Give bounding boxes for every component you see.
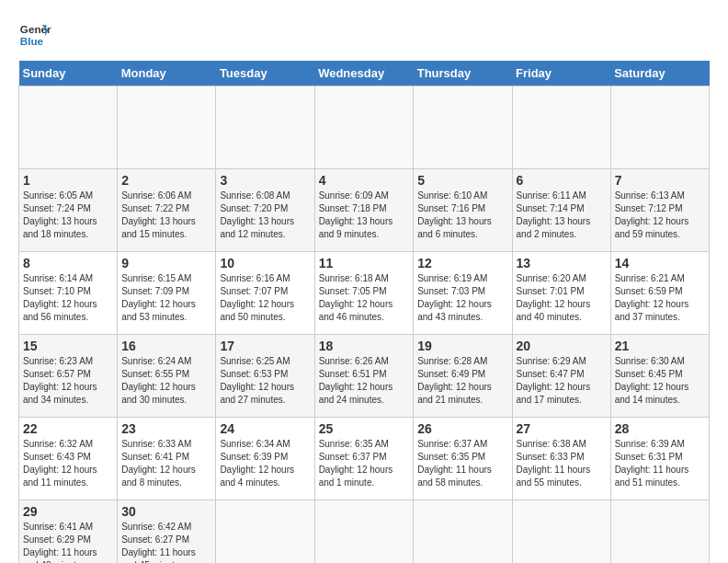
day-info: Sunrise: 6:42 AMSunset: 6:27 PMDaylight:…	[121, 521, 211, 563]
day-cell	[314, 86, 414, 169]
day-info: Sunrise: 6:29 AMSunset: 6:47 PMDaylight:…	[517, 355, 607, 407]
day-info: Sunrise: 6:23 AMSunset: 6:57 PMDaylight:…	[23, 355, 113, 407]
day-cell: 15Sunrise: 6:23 AMSunset: 6:57 PMDayligh…	[19, 335, 118, 418]
day-header-friday: Friday	[512, 61, 610, 86]
day-number: 3	[220, 173, 310, 188]
day-cell: 24Sunrise: 6:34 AMSunset: 6:39 PMDayligh…	[216, 418, 314, 500]
day-cell	[216, 500, 314, 564]
calendar-table: SundayMondayTuesdayWednesdayThursdayFrid…	[18, 61, 710, 563]
day-header-monday: Monday	[118, 61, 216, 86]
day-number: 30	[121, 504, 211, 519]
day-header-saturday: Saturday	[610, 61, 709, 86]
day-cell: 5Sunrise: 6:10 AMSunset: 7:16 PMDaylight…	[414, 169, 512, 252]
day-cell: 30Sunrise: 6:42 AMSunset: 6:27 PMDayligh…	[118, 500, 216, 564]
day-info: Sunrise: 6:28 AMSunset: 6:49 PMDaylight:…	[417, 355, 507, 407]
day-cell: 12Sunrise: 6:19 AMSunset: 7:03 PMDayligh…	[414, 252, 512, 335]
week-row-1	[19, 86, 710, 169]
day-info: Sunrise: 6:21 AMSunset: 6:59 PMDaylight:…	[615, 272, 705, 324]
day-number: 17	[220, 339, 310, 353]
day-info: Sunrise: 6:35 AMSunset: 6:37 PMDaylight:…	[319, 438, 410, 489]
day-cell: 22Sunrise: 6:32 AMSunset: 6:43 PMDayligh…	[19, 418, 118, 500]
day-number: 22	[23, 421, 113, 436]
day-number: 26	[417, 421, 507, 436]
svg-text:Blue: Blue	[20, 35, 44, 47]
day-cell	[610, 86, 709, 169]
day-info: Sunrise: 6:18 AMSunset: 7:05 PMDaylight:…	[319, 272, 410, 324]
day-info: Sunrise: 6:39 AMSunset: 6:31 PMDaylight:…	[615, 438, 705, 489]
day-cell: 11Sunrise: 6:18 AMSunset: 7:05 PMDayligh…	[314, 252, 414, 335]
day-cell: 8Sunrise: 6:14 AMSunset: 7:10 PMDaylight…	[19, 252, 118, 335]
day-info: Sunrise: 6:15 AMSunset: 7:09 PMDaylight:…	[121, 272, 211, 324]
day-number: 2	[121, 173, 211, 188]
header-row: SundayMondayTuesdayWednesdayThursdayFrid…	[19, 61, 710, 86]
day-cell	[414, 500, 512, 564]
day-header-thursday: Thursday	[414, 61, 512, 86]
day-cell: 13Sunrise: 6:20 AMSunset: 7:01 PMDayligh…	[512, 252, 610, 335]
day-cell	[19, 86, 118, 169]
day-number: 28	[615, 421, 705, 436]
day-cell: 23Sunrise: 6:33 AMSunset: 6:41 PMDayligh…	[118, 418, 216, 500]
day-cell: 26Sunrise: 6:37 AMSunset: 6:35 PMDayligh…	[414, 418, 512, 500]
day-info: Sunrise: 6:10 AMSunset: 7:16 PMDaylight:…	[417, 190, 507, 241]
day-number: 14	[615, 256, 705, 270]
day-cell	[414, 86, 512, 169]
day-info: Sunrise: 6:20 AMSunset: 7:01 PMDaylight:…	[517, 272, 607, 324]
day-cell: 17Sunrise: 6:25 AMSunset: 6:53 PMDayligh…	[216, 335, 314, 418]
day-info: Sunrise: 6:06 AMSunset: 7:22 PMDaylight:…	[121, 190, 211, 241]
day-cell: 7Sunrise: 6:13 AMSunset: 7:12 PMDaylight…	[610, 169, 709, 252]
day-cell: 28Sunrise: 6:39 AMSunset: 6:31 PMDayligh…	[610, 418, 709, 500]
day-info: Sunrise: 6:19 AMSunset: 7:03 PMDaylight:…	[417, 272, 507, 324]
day-cell	[610, 500, 709, 564]
day-number: 5	[417, 173, 507, 188]
day-number: 7	[615, 173, 705, 188]
day-info: Sunrise: 6:13 AMSunset: 7:12 PMDaylight:…	[615, 190, 705, 241]
day-header-sunday: Sunday	[19, 61, 118, 86]
day-number: 20	[517, 339, 607, 353]
day-info: Sunrise: 6:33 AMSunset: 6:41 PMDaylight:…	[121, 438, 211, 489]
day-info: Sunrise: 6:26 AMSunset: 6:51 PMDaylight:…	[319, 355, 410, 407]
day-info: Sunrise: 6:16 AMSunset: 7:07 PMDaylight:…	[220, 272, 310, 324]
week-row-6: 29Sunrise: 6:41 AMSunset: 6:29 PMDayligh…	[19, 500, 710, 564]
day-info: Sunrise: 6:34 AMSunset: 6:39 PMDaylight:…	[220, 438, 310, 489]
day-number: 27	[517, 421, 607, 436]
day-info: Sunrise: 6:09 AMSunset: 7:18 PMDaylight:…	[319, 190, 410, 241]
day-info: Sunrise: 6:25 AMSunset: 6:53 PMDaylight:…	[220, 355, 310, 407]
day-cell: 29Sunrise: 6:41 AMSunset: 6:29 PMDayligh…	[19, 500, 118, 564]
day-cell	[216, 86, 314, 169]
week-row-5: 22Sunrise: 6:32 AMSunset: 6:43 PMDayligh…	[19, 418, 710, 500]
day-info: Sunrise: 6:24 AMSunset: 6:55 PMDaylight:…	[121, 355, 211, 407]
day-number: 11	[319, 256, 410, 270]
day-cell: 27Sunrise: 6:38 AMSunset: 6:33 PMDayligh…	[512, 418, 610, 500]
day-number: 4	[319, 173, 410, 188]
day-cell: 25Sunrise: 6:35 AMSunset: 6:37 PMDayligh…	[314, 418, 414, 500]
day-number: 25	[319, 421, 410, 436]
week-row-2: 1Sunrise: 6:05 AMSunset: 7:24 PMDaylight…	[19, 169, 710, 252]
day-number: 15	[23, 339, 113, 353]
day-cell: 6Sunrise: 6:11 AMSunset: 7:14 PMDaylight…	[512, 169, 610, 252]
day-number: 21	[615, 339, 705, 353]
day-info: Sunrise: 6:05 AMSunset: 7:24 PMDaylight:…	[23, 190, 113, 241]
day-cell	[512, 86, 610, 169]
day-number: 24	[220, 421, 310, 436]
day-number: 19	[417, 339, 507, 353]
day-number: 29	[23, 504, 113, 519]
day-info: Sunrise: 6:14 AMSunset: 7:10 PMDaylight:…	[23, 272, 113, 324]
day-number: 18	[319, 339, 410, 353]
day-cell: 10Sunrise: 6:16 AMSunset: 7:07 PMDayligh…	[216, 252, 314, 335]
day-number: 23	[121, 421, 211, 436]
logo-icon: General Blue	[18, 18, 51, 52]
day-cell: 9Sunrise: 6:15 AMSunset: 7:09 PMDaylight…	[118, 252, 216, 335]
day-cell: 21Sunrise: 6:30 AMSunset: 6:45 PMDayligh…	[610, 335, 709, 418]
day-number: 1	[23, 173, 113, 188]
day-info: Sunrise: 6:41 AMSunset: 6:29 PMDaylight:…	[23, 521, 113, 563]
day-cell: 20Sunrise: 6:29 AMSunset: 6:47 PMDayligh…	[512, 335, 610, 418]
day-info: Sunrise: 6:08 AMSunset: 7:20 PMDaylight:…	[220, 190, 310, 241]
day-info: Sunrise: 6:37 AMSunset: 6:35 PMDaylight:…	[417, 438, 507, 489]
day-header-wednesday: Wednesday	[314, 61, 414, 86]
logo: General Blue	[18, 18, 51, 52]
day-cell: 14Sunrise: 6:21 AMSunset: 6:59 PMDayligh…	[610, 252, 709, 335]
day-number: 9	[121, 256, 211, 270]
day-cell: 4Sunrise: 6:09 AMSunset: 7:18 PMDaylight…	[314, 169, 414, 252]
day-cell: 3Sunrise: 6:08 AMSunset: 7:20 PMDaylight…	[216, 169, 314, 252]
day-info: Sunrise: 6:32 AMSunset: 6:43 PMDaylight:…	[23, 438, 113, 489]
